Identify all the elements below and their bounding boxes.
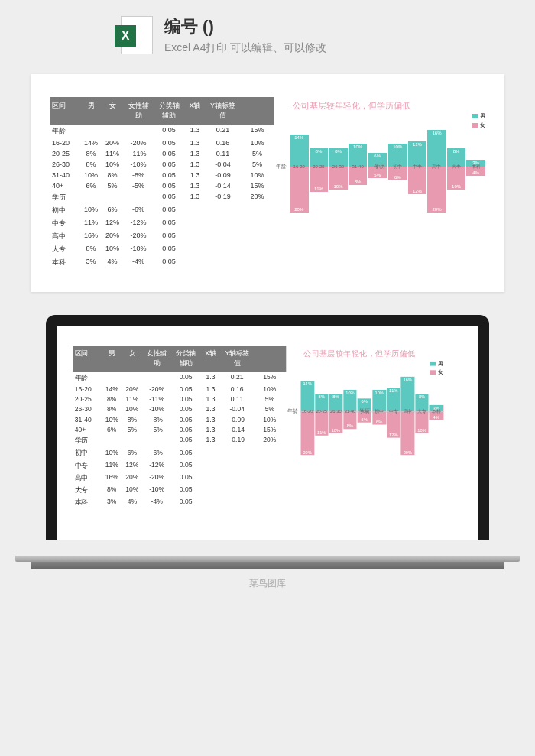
chart-title: 公司基层较年轻化，但学历偏低 — [290, 97, 485, 115]
table-row: 16-2014%20%-20%0.051.30.1610% — [73, 384, 286, 394]
axis-label: 高中 — [404, 408, 412, 415]
table-cell: 1.3 — [200, 384, 221, 393]
table-cell: 0.05 — [171, 384, 200, 393]
bar-group: 8%10%大专 — [447, 121, 466, 213]
bar-group: 10%8%31-40 — [349, 121, 368, 213]
legend-label: 男 — [438, 360, 443, 368]
table-cell: 4% — [122, 498, 143, 508]
table-row: 40+6%5%-5%0.051.3-0.1415% — [50, 180, 274, 191]
chart-container: 年龄14%20%16-208%11%20-258%10%26-3010%8%31… — [290, 121, 485, 213]
table-row: 大专8%10%-10%0.05 — [50, 243, 274, 256]
legend-label: 男 — [480, 112, 485, 120]
legend-item-male: 男 — [472, 112, 485, 120]
bar-male: 14% — [300, 381, 314, 412]
table-cell — [184, 205, 206, 216]
table-row: 年龄0.051.30.2115% — [73, 372, 286, 384]
table-cell: 1.3 — [184, 149, 206, 158]
table-header-cell: Y轴标签值 — [221, 348, 254, 370]
bar-group: 8%10%26-30 — [329, 121, 348, 213]
axis-label: 20-25 — [316, 410, 327, 414]
table-header-cell: 区间 — [50, 99, 80, 122]
bar-label: 16% — [431, 130, 442, 136]
bar-label: 20% — [302, 449, 312, 456]
table-cell: 10% — [102, 448, 122, 459]
axis-label: 31-40 — [352, 164, 363, 169]
table-cell: -11% — [142, 395, 171, 404]
table-cell: 1.3 — [200, 415, 221, 423]
table-cell: 20-25 — [73, 395, 102, 404]
table-cell — [102, 436, 122, 446]
table-cell: 0.05 — [154, 160, 184, 169]
watermark: 菜鸟图库 — [0, 569, 535, 605]
table-cell: 0.05 — [171, 405, 200, 414]
table-cell — [206, 257, 240, 268]
table-cell: 10% — [254, 384, 287, 393]
laptop-base — [31, 556, 504, 569]
table-cell: 6% — [122, 448, 143, 459]
table-cell: 8% — [102, 485, 122, 495]
table-cell — [102, 192, 123, 203]
bar-group: 14%20%16-20 — [300, 368, 314, 455]
table-cell: 10% — [80, 170, 102, 180]
chart-section: 学历10%6%初中11%12%中专16%20%高中8%10%大专3%4%本科 — [388, 121, 485, 213]
bar-male: 16% — [401, 377, 415, 412]
table-cell: 20% — [122, 384, 143, 393]
axis-label: 大专 — [417, 408, 426, 415]
table-row: 高中16%20%-20%0.05 — [50, 230, 274, 243]
bar-label: 10% — [392, 144, 403, 150]
table-cell: 5% — [122, 426, 143, 434]
table-cell: 0.05 — [171, 472, 200, 483]
table-cell: 0.05 — [154, 125, 184, 137]
axis-label: 26-30 — [330, 410, 342, 414]
table-cell: 5% — [240, 160, 274, 169]
table-cell: 10% — [240, 170, 274, 180]
page-subtitle: Excel A4打印 可以编辑、可以修改 — [164, 41, 326, 55]
bar-group: 8%11%20-25 — [310, 121, 329, 213]
bar-label: 8% — [418, 394, 426, 401]
table-cell: 11% — [122, 395, 143, 404]
bar-female: 12% — [408, 167, 427, 194]
table-cell: 40+ — [50, 181, 80, 190]
table-cell — [142, 436, 171, 446]
table-cell: 6% — [102, 205, 123, 216]
table-cell — [122, 436, 143, 446]
chart-area: 公司基层较年轻化，但学历偏低 男 女 年龄14%20%16-208%11%20-… — [290, 97, 485, 269]
bar-label: 12% — [412, 188, 423, 194]
bar-label: 8% — [315, 148, 323, 154]
table-cell: 0.05 — [171, 485, 200, 495]
bar-label: 4% — [472, 170, 480, 176]
table-cell: 10% — [122, 405, 143, 414]
table-cell: 16-20 — [73, 384, 102, 393]
legend-item-male: 男 — [430, 360, 443, 368]
table-row: 20-258%11%-11%0.051.30.115% — [73, 394, 286, 404]
table-cell: 31-40 — [50, 170, 80, 180]
table-cell: 0.21 — [206, 125, 240, 137]
table-cell — [206, 231, 240, 242]
table-cell: 4% — [102, 257, 123, 268]
bar-label: 20% — [431, 206, 442, 213]
table-row: 20-258%11%-11%0.051.30.115% — [50, 148, 274, 159]
table-cell: -8% — [123, 170, 154, 180]
table-cell: 0.05 — [154, 170, 184, 180]
table-cell: 5% — [254, 395, 287, 404]
bar-label: 6% — [375, 419, 383, 425]
table-header-cell: 区间 — [73, 348, 102, 370]
page-title: 编号 () — [164, 15, 326, 38]
table-header: 区间男女女性辅助分类轴辅助X轴Y轴标签值 — [50, 97, 274, 125]
table-cell — [102, 372, 122, 383]
bar-label: 6% — [394, 174, 402, 180]
table-cell: -0.09 — [206, 170, 240, 180]
axis-label: 中专 — [413, 164, 422, 170]
data-table: 区间男女女性辅助分类轴辅助X轴Y轴标签值年龄0.051.30.2115%16-2… — [50, 97, 274, 269]
table-cell: 1.3 — [184, 170, 206, 180]
table-cell: 0.16 — [221, 384, 254, 393]
table-cell: 11% — [80, 218, 102, 229]
table-cell: 14% — [80, 138, 102, 148]
table-cell — [221, 498, 254, 508]
bar-label: 11% — [412, 141, 423, 148]
table-cell: 1.3 — [200, 426, 221, 434]
table-cell: 0.16 — [206, 138, 240, 148]
table-cell: 10% — [102, 160, 123, 169]
bar-group: 3%4%本科 — [466, 121, 485, 213]
table-cell: 0.05 — [154, 205, 184, 216]
